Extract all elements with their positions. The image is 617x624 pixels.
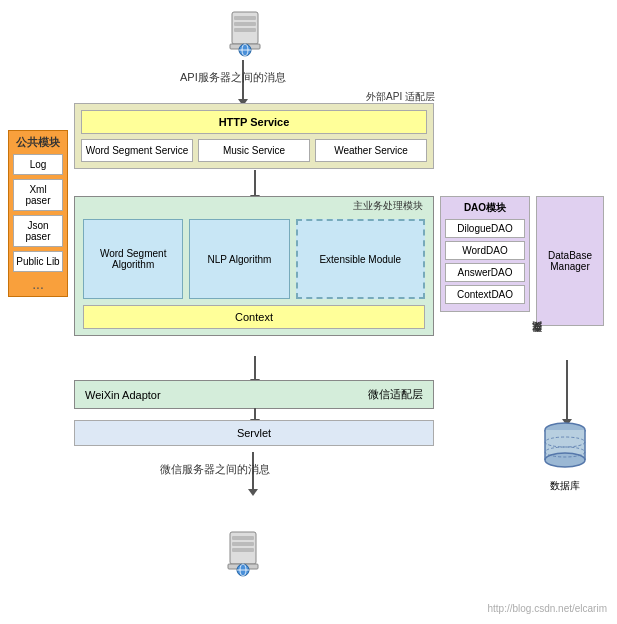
dao-module: DAO模块 DilogueDAO WordDAO AnswerDAO Conte… [440, 196, 530, 312]
public-module-panel: 公共模块 Log Xml paser Json paser Public Lib… [8, 130, 68, 297]
db-manager: DataBase Manager [536, 196, 604, 326]
svg-rect-2 [234, 22, 256, 26]
db-label: 数据库 [540, 479, 590, 493]
database-cylinder: 数据库 [540, 420, 590, 493]
weixin-adaptor-label: WeiXin Adaptor [85, 389, 161, 401]
dao-answerDAO: AnswerDAO [445, 263, 525, 282]
server-icon-bottom [218, 528, 268, 578]
svg-rect-3 [234, 28, 256, 32]
diagram-container: API服务器之间的消息 公共模块 Log Xml paser Json pase… [0, 0, 617, 624]
word-segment-algorithm: Word Segment Algorithm [83, 219, 183, 299]
arrow-main-to-weixin [254, 356, 256, 380]
servlet-box: Servlet [74, 420, 434, 446]
weixin-msg-label: 微信服务器之间的消息 [160, 462, 270, 477]
external-api-layer: 外部API 适配层 HTTP Service Word Segment Serv… [74, 103, 434, 169]
extensible-module: Extensible Module [296, 219, 425, 299]
context-box: Context [83, 305, 425, 329]
top-server [220, 8, 270, 62]
server-icon-top [220, 8, 270, 58]
svg-rect-1 [234, 16, 256, 20]
dao-contextDAO: ContextDAO [445, 285, 525, 304]
public-module-xml: Xml paser [13, 179, 63, 211]
main-biz-layer: 主业务处理模块 Word Segment Algorithm NLP Algor… [74, 196, 434, 336]
weather-service: Weather Service [315, 139, 427, 162]
public-module-title: 公共模块 [13, 135, 63, 150]
svg-rect-11 [232, 548, 254, 552]
word-segment-service: Word Segment Service [81, 139, 193, 162]
weixin-adaptor-layer: WeiXin Adaptor 微信适配层 [74, 380, 434, 409]
services-row: Word Segment Service Music Service Weath… [81, 139, 427, 162]
external-api-title: 外部API 适配层 [366, 90, 435, 104]
public-module-json: Json paser [13, 215, 63, 247]
public-module-log: Log [13, 154, 63, 175]
public-module-dots: ... [13, 276, 63, 292]
dao-dilogueDAO: DilogueDAO [445, 219, 525, 238]
watermark: http://blog.csdn.net/elcarim [487, 603, 607, 614]
svg-rect-9 [232, 536, 254, 540]
dao-module-title: DAO模块 [445, 201, 525, 215]
arrow-weixin-to-servlet [254, 408, 256, 420]
database-icon [540, 420, 590, 475]
algorithms-row: Word Segment Algorithm NLP Algorithm Ext… [83, 219, 425, 299]
music-service: Music Service [198, 139, 310, 162]
main-biz-title: 主业务处理模块 [353, 199, 423, 213]
weixin-adaptor-sublabel: 微信适配层 [368, 387, 423, 402]
dao-wordDAO: WordDAO [445, 241, 525, 260]
svg-rect-10 [232, 542, 254, 546]
nlp-algorithm: NLP Algorithm [189, 219, 289, 299]
svg-point-18 [545, 453, 585, 467]
api-message-label: API服务器之间的消息 [180, 70, 286, 85]
http-service-box: HTTP Service [81, 110, 427, 134]
bottom-server [218, 528, 268, 580]
arrow-ext-to-main [254, 170, 256, 196]
arrow-db [566, 360, 568, 420]
public-module-lib: Public Lib [13, 251, 63, 272]
